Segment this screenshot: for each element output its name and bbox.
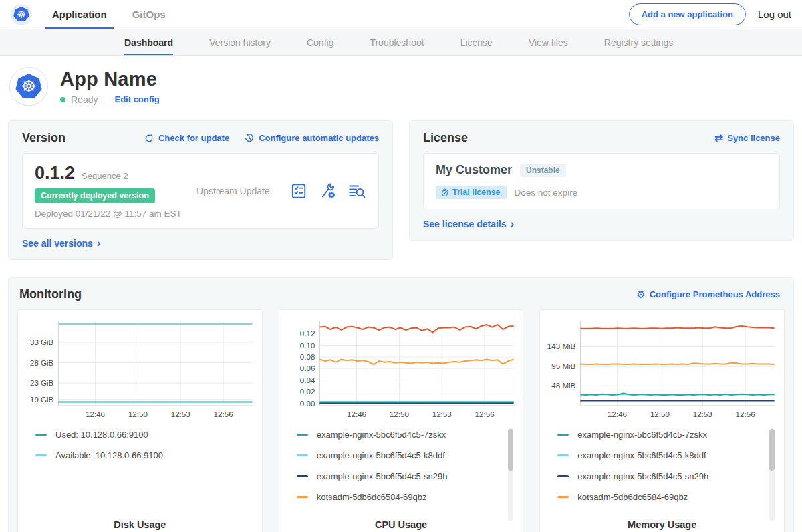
topnav-tab-gitops[interactable]: GitOps <box>130 0 168 29</box>
chart-legend: example-nginx-5bc6f5d4c5-7zskxexample-ng… <box>545 426 779 514</box>
svg-text:95 MiB: 95 MiB <box>552 362 576 370</box>
legend-label: kotsadm-5db6dc6584-69qbz <box>577 492 688 502</box>
check-for-update-link[interactable]: Check for update <box>144 133 229 144</box>
legend-item: Used: 10.128.0.66:9100 <box>35 430 245 440</box>
legend-label: example-nginx-5bc6f5d4c5-k8ddf <box>577 450 706 460</box>
legend-label: Available: 10.128.0.66:9100 <box>55 450 163 460</box>
tab-dashboard[interactable]: Dashboard <box>124 29 173 55</box>
license-card: License ⇄ Sync license My Customer Unsta… <box>409 120 794 241</box>
legend-label: example-nginx-5bc6f5d4c5-7zskx <box>317 430 446 440</box>
license-expiry: Does not expire <box>515 188 578 198</box>
version-card-title: Version <box>22 131 65 145</box>
chart-title: CPU Usage <box>285 514 518 530</box>
app-sub-nav: Dashboard Version history Config Trouble… <box>0 29 802 56</box>
legend-scrollbar-thumb[interactable] <box>769 429 775 471</box>
legend-label: Used: 10.128.0.66:9100 <box>55 430 148 440</box>
kubernetes-logo-icon: ☸ <box>11 4 32 25</box>
legend-swatch <box>35 454 47 456</box>
svg-text:28 GiB: 28 GiB <box>30 359 54 367</box>
chart-plot: 12:4612:5012:5312:56143 MiB95 MiB48 MiB <box>545 317 779 426</box>
legend-swatch <box>557 434 569 436</box>
svg-text:19 GiB: 19 GiB <box>30 396 54 404</box>
license-card-title: License <box>423 131 468 145</box>
app-avatar: ☸ <box>9 67 48 106</box>
customer-name: My Customer <box>436 163 512 177</box>
chart-card: 12:4612:5012:5312:560.120.100.080.060.04… <box>279 309 524 532</box>
tab-view-files[interactable]: View files <box>529 29 568 55</box>
tab-registry-settings[interactable]: Registry settings <box>604 29 673 55</box>
app-logo[interactable]: ☸ <box>11 0 32 29</box>
kubernetes-app-icon: ☸ <box>15 74 42 99</box>
troubleshoot-wrench-icon[interactable] <box>319 182 336 200</box>
version-sequence: Sequence 2 <box>82 171 128 181</box>
legend-swatch <box>557 454 569 456</box>
see-all-versions-link[interactable]: See all versions › <box>22 238 101 249</box>
clock-refresh-icon <box>244 133 255 144</box>
chart-card: 12:4612:5012:5312:56143 MiB95 MiB48 MiBe… <box>539 309 785 532</box>
svg-text:0.00: 0.00 <box>299 400 315 408</box>
legend-label: kotsadm-5db6dc6584-69qbz <box>317 492 427 502</box>
svg-text:12:56: 12:56 <box>214 410 233 418</box>
legend-swatch <box>297 434 308 436</box>
edit-config-link[interactable]: Edit config <box>114 94 159 104</box>
svg-text:0.10: 0.10 <box>299 342 315 350</box>
svg-text:48 MiB: 48 MiB <box>552 382 576 390</box>
svg-text:143 MiB: 143 MiB <box>547 342 576 350</box>
svg-text:0.12: 0.12 <box>299 329 315 338</box>
config-checklist-icon[interactable] <box>290 182 307 200</box>
logout-link[interactable]: Log out <box>758 9 791 20</box>
chart-legend: Used: 10.128.0.66:9100Available: 10.128.… <box>23 426 257 514</box>
legend-item: kotsadm-5db6dc6584-69qbz <box>297 492 506 502</box>
status-text: Ready <box>71 94 98 105</box>
legend-swatch <box>557 475 569 477</box>
svg-text:12:46: 12:46 <box>608 410 627 418</box>
trial-license-badge: Trial license <box>436 186 507 199</box>
configure-automatic-updates-link[interactable]: Configure automatic updates <box>244 133 379 144</box>
chart-card: 12:4612:5012:5312:5633 GiB28 GiB23 GiB19… <box>17 309 263 532</box>
tab-license[interactable]: License <box>460 29 493 55</box>
chart-title: Memory Usage <box>545 514 779 530</box>
legend-item: example-nginx-5bc6f5d4c5-k8ddf <box>297 450 506 460</box>
legend-swatch <box>297 496 308 498</box>
svg-text:12:53: 12:53 <box>432 410 451 418</box>
refresh-icon <box>144 133 154 144</box>
version-number: 0.1.2 <box>35 163 75 184</box>
legend-swatch <box>297 454 308 456</box>
chart-legend: example-nginx-5bc6f5d4c5-7zskxexample-ng… <box>285 426 518 514</box>
chart-plot: 12:4612:5012:5312:560.120.100.080.060.04… <box>285 317 518 426</box>
svg-text:12:50: 12:50 <box>650 410 670 418</box>
configure-prometheus-link[interactable]: ⚙ Configure Prometheus Address <box>636 289 780 299</box>
view-files-search-icon[interactable] <box>348 182 366 200</box>
legend-scrollbar[interactable] <box>769 428 775 521</box>
tab-version-history[interactable]: Version history <box>209 29 271 55</box>
top-nav: ☸ Application GitOps Add a new applicati… <box>0 0 802 29</box>
add-new-application-button[interactable]: Add a new application <box>629 3 746 25</box>
svg-text:12:50: 12:50 <box>128 410 148 418</box>
version-card: Version Check for update Configure autom… <box>8 120 393 260</box>
svg-text:0.02: 0.02 <box>299 388 315 396</box>
tab-config[interactable]: Config <box>307 29 333 55</box>
topnav-tab-application[interactable]: Application <box>49 0 110 29</box>
legend-label: example-nginx-5bc6f5d4c5-7zskx <box>577 430 707 440</box>
legend-swatch <box>35 434 47 436</box>
gear-icon: ⚙ <box>636 289 645 299</box>
chevron-right-icon: › <box>97 240 101 247</box>
sync-license-link[interactable]: ⇄ Sync license <box>714 133 780 143</box>
see-license-details-link[interactable]: See license details › <box>423 219 514 229</box>
svg-text:0.06: 0.06 <box>299 364 315 372</box>
legend-item: example-nginx-5bc6f5d4c5-7zskx <box>557 430 767 440</box>
tab-troubleshoot[interactable]: Troubleshoot <box>370 29 424 55</box>
svg-text:12:56: 12:56 <box>475 410 494 418</box>
svg-text:12:56: 12:56 <box>736 410 755 418</box>
svg-text:23 GiB: 23 GiB <box>30 379 54 387</box>
svg-text:12:53: 12:53 <box>693 410 712 418</box>
monitoring-title: Monitoring <box>19 287 82 301</box>
svg-text:12:53: 12:53 <box>171 410 190 418</box>
legend-scrollbar-thumb[interactable] <box>508 429 513 471</box>
divider <box>106 95 106 104</box>
legend-label: example-nginx-5bc6f5d4c5-sn29h <box>317 471 448 481</box>
legend-scrollbar[interactable] <box>508 428 513 521</box>
deployed-timestamp: Deployed 01/21/22 @ 11:57 am EST <box>35 209 188 219</box>
charts-row: 12:4612:5012:5312:5633 GiB28 GiB23 GiB19… <box>9 309 793 532</box>
legend-swatch <box>557 496 569 498</box>
